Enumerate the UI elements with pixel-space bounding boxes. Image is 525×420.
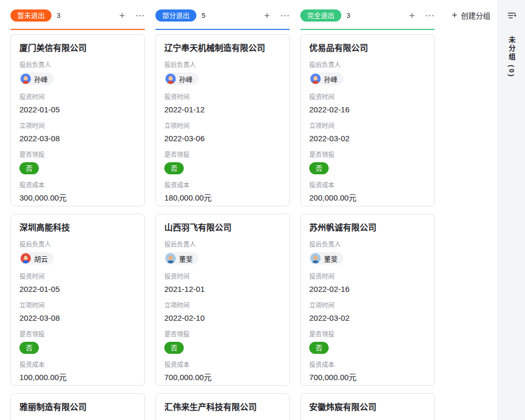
field-label-invest_date: 投资时间 [19,93,136,102]
avatar-icon [310,74,321,84]
record-title: 山西羽飞有限公司 [164,222,281,234]
add-record-icon[interactable]: + [119,10,125,20]
group-color-underline [10,29,145,30]
cost-value: 700,000.00元 [164,372,281,383]
field-label-manager: 投后负责人 [309,61,426,70]
avatar-icon [165,253,176,264]
record-card[interactable]: 优易品有限公司投后负责人孙峰投资时间2022-02-16立项时间2022-03-… [300,34,435,206]
record-card[interactable]: 苏州帆诚有限公司投后负责人董斐投资时间2022-02-16立项时间2022-03… [300,214,435,386]
record-card[interactable]: 山西羽飞有限公司投后负责人董斐投资时间2021-12-01立项时间2022-02… [155,214,290,386]
field-label-manager: 投后负责人 [309,240,426,249]
cost-value: 300,000.00元 [19,192,136,203]
record-title: 深圳高能科技 [19,222,136,234]
project-date-value: 2022-03-08 [19,312,136,323]
column-header: 暂未退出 3 + ⋯ [10,7,145,23]
cost-value: 200,000.00元 [309,192,426,203]
field-label-invest_date: 投资时间 [309,93,426,102]
record-title: 安徽炜宸有限公司 [309,401,426,413]
person-name: 胡云 [34,254,48,264]
lead-badge: 否 [164,342,184,354]
field-label-project_date: 立项时间 [19,122,136,131]
field-label-cost: 投资成本 [164,181,281,190]
project-date-value: 2022-03-08 [19,133,136,144]
person-tag[interactable]: 孙峰 [164,72,198,85]
more-icon[interactable]: ⋯ [280,11,290,20]
group-color-underline [155,29,290,30]
field-label-lead: 是否领投 [19,330,136,339]
card-list: 辽宁奉天机械制造有限公司投后负责人孙峰投资时间2022-01-12立项时间202… [155,34,290,420]
field-label-manager: 投后负责人 [164,61,281,70]
record-card[interactable]: 厦门美信有限公司投后负责人孙峰投资时间2022-01-05立项时间2022-03… [10,34,145,206]
group-count: 5 [202,12,205,19]
create-group-label: 创建分组 [461,10,490,20]
field-label-invest_date: 投资时间 [164,272,281,281]
field-label-manager: 投后负责人 [19,61,136,70]
kanban-column-partial-exit: 部分退出 5 + ⋯ 辽宁奉天机械制造有限公司投后负责人孙峰投资时间2022-0… [155,7,290,420]
kanban-board: 暂未退出 3 + ⋯ 厦门美信有限公司投后负责人孙峰投资时间2022-01-05… [0,0,498,420]
field-label-project_date: 立项时间 [309,122,426,131]
expand-groups-icon[interactable] [507,10,517,23]
avatar-icon [20,253,31,264]
person-tag[interactable]: 董斐 [164,252,198,265]
person-name: 孙峰 [324,74,338,84]
group-color-underline [300,29,435,30]
field-label-cost: 投资成本 [19,361,136,370]
person-name: 董斐 [324,254,338,264]
add-record-icon[interactable]: + [264,10,270,20]
field-label-lead: 是否领投 [19,151,136,160]
record-title: 汇伟来生产科技有限公司 [164,401,281,413]
card-list: 优易品有限公司投后负责人孙峰投资时间2022-02-16立项时间2022-03-… [300,34,435,420]
kanban-column-not-exited: 暂未退出 3 + ⋯ 厦门美信有限公司投后负责人孙峰投资时间2022-01-05… [10,7,145,420]
invest-date-value: 2022-02-16 [309,284,426,295]
group-count: 3 [57,12,60,19]
person-tag[interactable]: 胡云 [19,252,54,265]
collapsed-groups-rail: 未分组 (0) [498,0,525,420]
create-group-button[interactable]: + 创建分组 [452,10,490,20]
lead-badge: 否 [19,162,39,174]
group-count: 3 [346,12,350,19]
person-name: 董斐 [179,254,193,264]
lead-badge: 否 [19,342,39,354]
field-label-cost: 投资成本 [309,361,426,370]
person-tag[interactable]: 董斐 [309,252,343,265]
field-label-project_date: 立项时间 [164,301,281,310]
card-list: 厦门美信有限公司投后负责人孙峰投资时间2022-01-05立项时间2022-03… [10,34,145,420]
more-icon[interactable]: ⋯ [425,11,435,20]
lead-badge: 否 [309,162,329,174]
lead-badge: 否 [309,342,329,354]
project-date-value: 2022-02-10 [164,312,281,323]
person-name: 孙峰 [179,74,193,84]
more-icon[interactable]: ⋯ [135,11,145,20]
add-record-icon[interactable]: + [409,10,415,20]
record-title: 优易品有限公司 [309,42,426,54]
person-tag[interactable]: 孙峰 [19,72,54,85]
field-label-manager: 投后负责人 [19,240,136,249]
field-label-project_date: 立项时间 [164,122,281,131]
cost-value: 700,000.00元 [309,372,426,383]
record-title: 辽宁奉天机械制造有限公司 [164,42,281,54]
avatar-icon [310,253,321,264]
group-status-badge[interactable]: 部分退出 [155,9,196,22]
field-label-invest_date: 投资时间 [309,272,426,281]
invest-date-value: 2022-01-05 [19,104,136,115]
record-title: 苏州帆诚有限公司 [309,222,426,234]
cost-value: 180,000.00元 [164,192,281,203]
kanban-column-full-exit: 完全退出 3 + ⋯ 优易品有限公司投后负责人孙峰投资时间2022-02-16立… [300,7,435,420]
field-label-cost: 投资成本 [309,181,426,190]
invest-date-value: 2022-02-16 [309,104,426,115]
record-card[interactable]: 辽宁奉天机械制造有限公司投后负责人孙峰投资时间2022-01-12立项时间202… [155,34,290,206]
kanban-columns: 暂未退出 3 + ⋯ 厦门美信有限公司投后负责人孙峰投资时间2022-01-05… [0,0,498,420]
record-card[interactable]: 汇伟来生产科技有限公司投后负责人 [155,393,290,420]
field-label-invest_date: 投资时间 [164,93,281,102]
field-label-lead: 是否领投 [309,330,426,339]
invest-date-value: 2022-01-12 [164,104,281,115]
record-title: 雅丽制造有限公司 [19,401,136,413]
record-card[interactable]: 雅丽制造有限公司投后负责人 [10,393,145,420]
person-tag[interactable]: 孙峰 [309,72,343,85]
hidden-group-label[interactable]: 未分组 (0) [507,36,517,78]
field-label-lead: 是否领投 [309,151,426,160]
record-card[interactable]: 深圳高能科技投后负责人胡云投资时间2022-01-05立项时间2022-03-0… [10,214,145,386]
group-status-badge[interactable]: 暂未退出 [10,9,51,22]
group-status-badge[interactable]: 完全退出 [300,9,341,22]
record-card[interactable]: 安徽炜宸有限公司投后负责人 [300,393,435,420]
